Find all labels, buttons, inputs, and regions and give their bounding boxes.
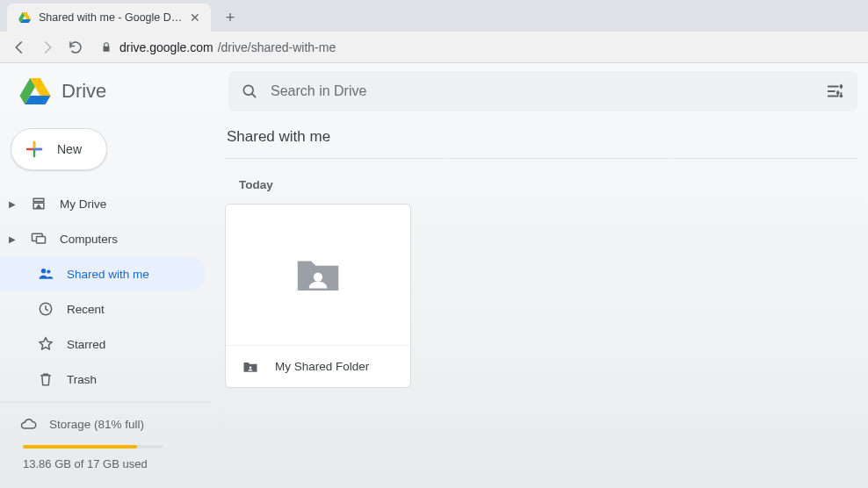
svg-rect-5 bbox=[37, 237, 46, 244]
forward-icon[interactable] bbox=[39, 39, 56, 56]
shared-icon bbox=[37, 265, 54, 283]
chevron-right-icon[interactable]: ▶ bbox=[9, 199, 18, 209]
tab-strip: Shared with me - Google Drive ✕ + bbox=[0, 0, 868, 32]
svg-point-3 bbox=[840, 95, 843, 98]
cloud-icon bbox=[19, 415, 37, 433]
browser-tab[interactable]: Shared with me - Google Drive ✕ bbox=[7, 4, 211, 32]
back-icon[interactable] bbox=[11, 39, 28, 56]
chevron-right-icon[interactable]: ▶ bbox=[9, 234, 18, 244]
drive-favicon-icon bbox=[18, 11, 32, 25]
svg-point-6 bbox=[41, 269, 46, 273]
url-host: drive.google.com bbox=[119, 40, 213, 54]
close-tab-icon[interactable]: ✕ bbox=[190, 11, 200, 25]
omnibox[interactable]: drive.google.com/drive/shared-with-me bbox=[95, 40, 857, 54]
divider bbox=[0, 402, 211, 403]
sidebar-item-label: Recent bbox=[67, 303, 105, 316]
sidebar-item-label: Computers bbox=[60, 233, 118, 246]
trash-icon bbox=[37, 370, 54, 388]
app-body: New ▶ My Drive ▶ Computers Shared with m… bbox=[0, 63, 868, 488]
storage-section[interactable]: Storage (81% full) 13.86 GB of 17 GB use… bbox=[0, 408, 211, 470]
new-tab-button[interactable]: + bbox=[218, 5, 242, 30]
main-content: Shared with me Today My Shared Folder bbox=[211, 63, 868, 488]
svg-point-7 bbox=[47, 269, 50, 273]
sidebar-item-label: Trash bbox=[67, 373, 97, 386]
shared-folder-large-icon bbox=[291, 248, 345, 302]
recent-icon bbox=[37, 300, 54, 318]
search-bar[interactable] bbox=[228, 71, 857, 111]
storage-label: Storage (81% full) bbox=[49, 418, 144, 431]
sidebar-item-starred[interactable]: Starred bbox=[0, 327, 206, 362]
storage-bar bbox=[23, 445, 163, 449]
sidebar-item-label: My Drive bbox=[60, 197, 106, 211]
svg-point-1 bbox=[840, 85, 843, 89]
computers-icon bbox=[30, 230, 47, 248]
storage-used-text: 13.86 GB of 17 GB used bbox=[23, 457, 211, 470]
storage-bar-fill bbox=[23, 445, 137, 449]
brand[interactable]: Drive bbox=[18, 74, 211, 109]
sidebar-item-computers[interactable]: ▶ Computers bbox=[0, 221, 206, 256]
sidebar-item-my-drive[interactable]: ▶ My Drive bbox=[0, 186, 206, 221]
brand-name: Drive bbox=[61, 80, 106, 103]
reload-icon[interactable] bbox=[67, 39, 84, 56]
lock-icon bbox=[100, 41, 112, 54]
starred-icon bbox=[37, 335, 54, 353]
sidebar-item-trash[interactable]: Trash bbox=[0, 362, 206, 397]
card-title: My Shared Folder bbox=[275, 360, 369, 373]
svg-point-2 bbox=[836, 91, 840, 95]
plus-icon bbox=[24, 139, 45, 160]
url-path: /drive/shared-with-me bbox=[218, 40, 336, 54]
svg-point-10 bbox=[250, 366, 252, 369]
section-label: Today bbox=[239, 178, 857, 191]
filter-options-icon[interactable] bbox=[826, 82, 845, 101]
my-drive-icon bbox=[30, 195, 47, 212]
sidebar-item-shared-with-me[interactable]: Shared with me bbox=[0, 256, 206, 291]
svg-point-9 bbox=[314, 272, 322, 281]
sidebar-item-label: Shared with me bbox=[67, 268, 149, 281]
search-icon bbox=[241, 83, 258, 100]
tab-title: Shared with me - Google Drive bbox=[39, 11, 183, 24]
divider bbox=[225, 158, 857, 159]
search-input[interactable] bbox=[271, 83, 814, 99]
sidebar-item-label: Starred bbox=[67, 338, 105, 351]
app-header: Drive bbox=[0, 63, 868, 119]
drive-logo-icon bbox=[18, 74, 53, 109]
page-title: Shared with me bbox=[225, 128, 857, 146]
address-bar: drive.google.com/drive/shared-with-me bbox=[0, 32, 868, 63]
new-button[interactable]: New bbox=[11, 128, 107, 170]
card-footer: My Shared Folder bbox=[226, 345, 410, 387]
file-grid: My Shared Folder bbox=[225, 204, 857, 388]
folder-card[interactable]: My Shared Folder bbox=[225, 204, 411, 388]
shared-folder-icon bbox=[242, 358, 259, 376]
new-button-label: New bbox=[57, 142, 82, 156]
browser-chrome: Shared with me - Google Drive ✕ + drive.… bbox=[0, 0, 868, 63]
sidebar: New ▶ My Drive ▶ Computers Shared with m… bbox=[0, 63, 211, 488]
card-thumbnail bbox=[226, 205, 410, 345]
sidebar-item-recent[interactable]: Recent bbox=[0, 291, 206, 327]
